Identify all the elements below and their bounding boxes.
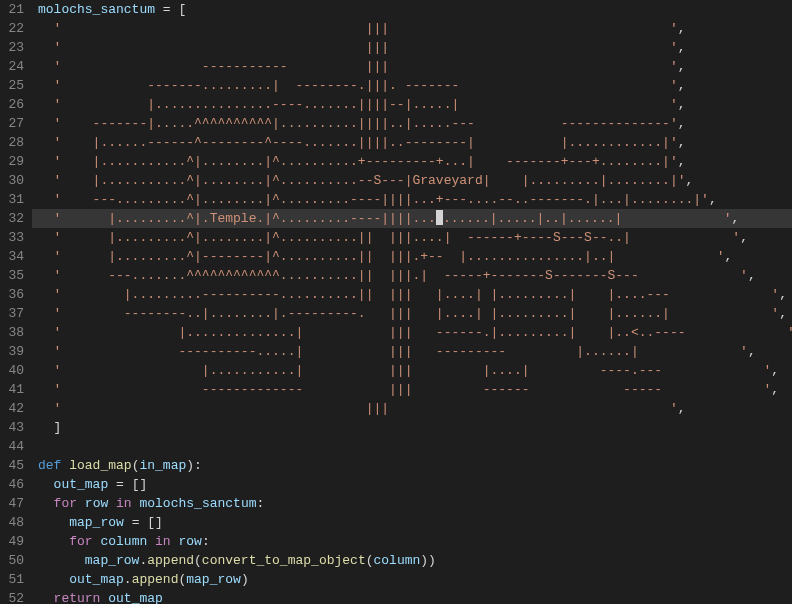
token: , xyxy=(678,59,686,74)
token xyxy=(38,78,54,93)
token: ' |...............----.......||||--|....… xyxy=(54,97,678,112)
line-number: 32 xyxy=(0,209,24,228)
token xyxy=(38,591,54,604)
code-line[interactable]: ' ||| ', xyxy=(32,38,792,57)
code-line[interactable]: out_map.append(map_row) xyxy=(32,570,792,589)
code-line[interactable]: out_map = [] xyxy=(32,475,792,494)
line-number: 48 xyxy=(0,513,24,532)
code-line[interactable]: molochs_sanctum = [ xyxy=(32,0,792,19)
token xyxy=(38,230,54,245)
code-line[interactable]: def load_map(in_map): xyxy=(32,456,792,475)
code-line[interactable]: ' |...........| ||| |....| ----.--- ', xyxy=(32,361,792,380)
token: ' --------..|........|.---------. ||| |.… xyxy=(54,306,780,321)
token: ) xyxy=(241,572,249,587)
token: row xyxy=(85,496,108,511)
token: , xyxy=(748,268,756,283)
token: = xyxy=(155,2,178,17)
token: : xyxy=(202,534,210,549)
token: map_row xyxy=(85,553,140,568)
line-number: 23 xyxy=(0,38,24,57)
token: molochs_sanctum xyxy=(38,2,155,17)
token: , xyxy=(771,382,779,397)
code-area[interactable]: molochs_sanctum = [ ' ||| ', ' ||| ', ' xyxy=(32,0,792,604)
line-number: 47 xyxy=(0,494,24,513)
token xyxy=(38,363,54,378)
token: return xyxy=(54,591,101,604)
token xyxy=(38,534,69,549)
line-number: 49 xyxy=(0,532,24,551)
line-number-gutter: 2122232425262728293031323334353637383940… xyxy=(0,0,32,604)
code-line[interactable]: map_row = [] xyxy=(32,513,792,532)
code-line[interactable]: ' ||| ', xyxy=(32,399,792,418)
token: , xyxy=(686,173,694,188)
token: append xyxy=(132,572,179,587)
token: ' -------.........| --------.|||. ------… xyxy=(54,78,678,93)
code-line[interactable]: for column in row: xyxy=(32,532,792,551)
code-line[interactable]: ' ------------- ||| ------ ----- ', xyxy=(32,380,792,399)
code-line[interactable]: ' ----------- ||| ', xyxy=(32,57,792,76)
token: ' ------------- ||| ------ ----- ' xyxy=(54,382,772,397)
token: ' ----------- ||| ' xyxy=(54,59,678,74)
token: , xyxy=(678,97,686,112)
token: out_map xyxy=(54,477,109,492)
token: map_row xyxy=(186,572,241,587)
token: , xyxy=(709,192,717,207)
code-line[interactable]: ' --------..|........|.---------. ||| |.… xyxy=(32,304,792,323)
token: , xyxy=(771,363,779,378)
code-line[interactable]: ' |...........^|........|^..........+---… xyxy=(32,152,792,171)
token: , xyxy=(678,78,686,93)
token: def xyxy=(38,458,69,473)
code-line[interactable]: ' ---.........^|........|^.........----|… xyxy=(32,190,792,209)
token: , xyxy=(732,211,740,226)
line-number: 31 xyxy=(0,190,24,209)
token: , xyxy=(678,401,686,416)
token: ' ||| ' xyxy=(54,21,678,36)
code-line[interactable]: ' -------|.....^^^^^^^^^^|..........||||… xyxy=(32,114,792,133)
token: ' -------|.....^^^^^^^^^^|..........||||… xyxy=(54,116,678,131)
token: , xyxy=(678,154,686,169)
token xyxy=(38,477,54,492)
code-line-active[interactable]: ' |.........^|.Temple.|^.........----|||… xyxy=(32,209,792,228)
code-line[interactable]: ' ---.......^^^^^^^^^^^^..........|| |||… xyxy=(32,266,792,285)
token: , xyxy=(779,287,787,302)
code-line[interactable]: ' |...........^|........|^..........--S-… xyxy=(32,171,792,190)
token: ' |...........^|........|^..........--S-… xyxy=(54,173,686,188)
line-number: 37 xyxy=(0,304,24,323)
token: ' |..............| ||| ------.|.........… xyxy=(54,325,792,340)
code-line[interactable]: ' |.........^|........|^..........|| |||… xyxy=(32,228,792,247)
code-line[interactable]: return out_map xyxy=(32,589,792,604)
code-line[interactable] xyxy=(32,437,792,456)
token xyxy=(38,306,54,321)
token xyxy=(38,40,54,55)
code-editor[interactable]: 2122232425262728293031323334353637383940… xyxy=(0,0,792,604)
line-number: 45 xyxy=(0,456,24,475)
code-line[interactable]: ' |..............| ||| ------.|.........… xyxy=(32,323,792,342)
token xyxy=(38,21,54,36)
line-number: 43 xyxy=(0,418,24,437)
code-line[interactable]: map_row.append(convert_to_map_object(col… xyxy=(32,551,792,570)
token: . xyxy=(124,572,132,587)
token: in xyxy=(116,496,132,511)
code-line[interactable]: ' -------.........| --------.|||. ------… xyxy=(32,76,792,95)
token: ' |......------^--------^----.......||||… xyxy=(54,135,678,150)
token: ' ---.......^^^^^^^^^^^^..........|| |||… xyxy=(54,268,748,283)
code-line[interactable]: ] xyxy=(32,418,792,437)
code-line[interactable]: ' |......------^--------^----.......||||… xyxy=(32,133,792,152)
code-line[interactable]: ' |...............----.......||||--|....… xyxy=(32,95,792,114)
token xyxy=(38,116,54,131)
token: : xyxy=(257,496,265,511)
code-line[interactable]: ' |.........^|--------|^..........|| |||… xyxy=(32,247,792,266)
token xyxy=(38,268,54,283)
token xyxy=(38,249,54,264)
token: [] xyxy=(132,477,148,492)
code-line[interactable]: for row in molochs_sanctum: xyxy=(32,494,792,513)
line-number: 22 xyxy=(0,19,24,38)
token: for xyxy=(54,496,77,511)
code-line[interactable]: ' ----------.....| ||| --------- |......… xyxy=(32,342,792,361)
token xyxy=(38,401,54,416)
token: ' ||| ' xyxy=(54,401,678,416)
token: ( xyxy=(194,553,202,568)
code-line[interactable]: ' ||| ', xyxy=(32,19,792,38)
token: , xyxy=(678,40,686,55)
code-line[interactable]: ' |.........----------..........|| ||| |… xyxy=(32,285,792,304)
